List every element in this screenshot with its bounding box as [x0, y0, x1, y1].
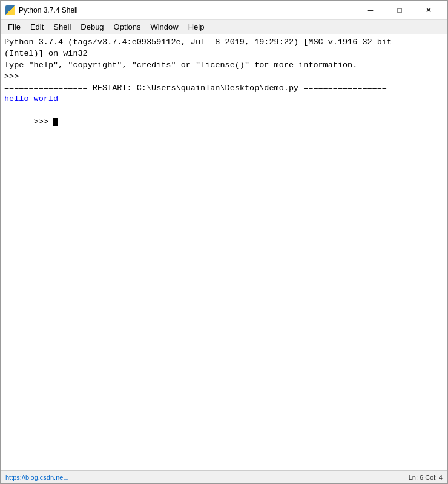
- menu-shell[interactable]: Shell: [48, 20, 76, 34]
- prompt-text: >>>: [34, 117, 53, 126]
- restart-line: ================= RESTART: C:\Users\quai…: [4, 83, 444, 94]
- menu-edit[interactable]: Edit: [25, 20, 48, 34]
- app-icon: [5, 5, 15, 15]
- title-bar: Python 3.7.4 Shell ─ □ ✕: [1, 1, 447, 20]
- output-line-1: Python 3.7.4 (tags/v3.7.4:e09359112e, Ju…: [4, 37, 444, 48]
- prompt-1: >>>: [4, 71, 444, 83]
- menu-file[interactable]: File: [3, 20, 25, 34]
- menu-options[interactable]: Options: [109, 20, 146, 34]
- shell-output[interactable]: Python 3.7.4 (tags/v3.7.4:e09359112e, Ju…: [1, 34, 447, 470]
- window-title: Python 3.7.4 Shell: [19, 6, 357, 15]
- output-line-2: (Intel)] on win32: [4, 48, 444, 60]
- status-url: https://blog.csdn.ne...: [5, 474, 69, 481]
- menu-bar: File Edit Shell Debug Options Window Hel…: [1, 20, 447, 34]
- status-position: Ln: 6 Col: 4: [409, 474, 443, 481]
- menu-debug[interactable]: Debug: [76, 20, 108, 34]
- window-controls: ─ □ ✕: [357, 1, 443, 20]
- status-bar: https://blog.csdn.ne... Ln: 6 Col: 4: [1, 470, 447, 483]
- menu-help[interactable]: Help: [183, 20, 209, 34]
- cursor: [53, 118, 58, 126]
- window: Python 3.7.4 Shell ─ □ ✕ File Edit Shell…: [0, 0, 448, 484]
- output-hello: hello world: [4, 94, 444, 105]
- menu-window[interactable]: Window: [145, 20, 183, 34]
- close-button[interactable]: ✕: [415, 1, 443, 20]
- prompt-2[interactable]: >>>: [4, 105, 444, 140]
- output-line-3: Type "help", "copyright", "credits" or "…: [4, 60, 444, 71]
- maximize-button[interactable]: □: [386, 1, 413, 20]
- minimize-button[interactable]: ─: [357, 1, 384, 20]
